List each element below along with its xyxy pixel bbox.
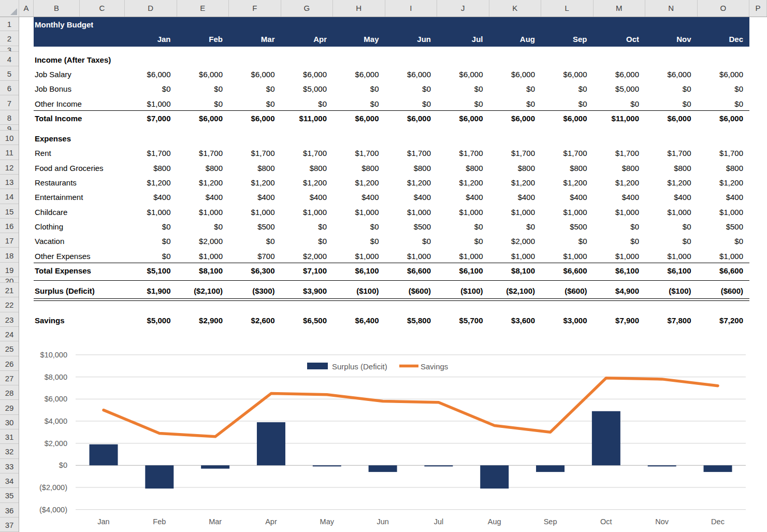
row-header-6[interactable]: 6 (0, 81, 19, 95)
row-header-1[interactable]: 1 (0, 17, 19, 31)
row-header-13[interactable]: 13 (0, 175, 19, 189)
cell-N13[interactable]: $1,200 (645, 175, 691, 190)
cell-F15[interactable]: $1,000 (229, 205, 275, 219)
cell-O19[interactable]: $6,600 (698, 263, 744, 278)
cell-F17[interactable]: $0 (229, 234, 275, 248)
row-header-23[interactable]: 23 (0, 313, 19, 327)
column-header-B[interactable]: B (34, 0, 80, 17)
cell-H21[interactable]: ($100) (333, 283, 379, 298)
cell-I8[interactable]: $6,000 (385, 111, 431, 125)
month-header-apr[interactable]: Apr (281, 32, 327, 46)
cell-G17[interactable]: $0 (281, 234, 327, 248)
row-header-20[interactable]: 20 (0, 278, 19, 283)
cell-F12[interactable]: $800 (229, 161, 275, 175)
row-label-total-expenses[interactable]: Total Expenses (35, 263, 124, 278)
row-label-income-after-taxes[interactable]: Income (After Taxes) (35, 52, 124, 67)
cell-H12[interactable]: $800 (333, 161, 379, 175)
column-header-L[interactable]: L (541, 0, 594, 17)
cell-O17[interactable]: $0 (698, 234, 744, 248)
cell-K5[interactable]: $6,000 (489, 67, 536, 81)
cell-N18[interactable]: $1,000 (645, 249, 691, 263)
cell-L17[interactable]: $0 (541, 234, 587, 248)
cell-F5[interactable]: $6,000 (229, 67, 275, 81)
cell-F13[interactable]: $1,200 (229, 175, 275, 190)
cell-K13[interactable]: $1,200 (489, 175, 536, 190)
cell-J8[interactable]: $6,000 (437, 111, 483, 125)
cell-G5[interactable]: $6,000 (281, 67, 327, 81)
cell-I18[interactable]: $1,000 (385, 249, 431, 263)
cell-H15[interactable]: $1,000 (333, 205, 379, 219)
cell-O16[interactable]: $500 (698, 219, 744, 234)
column-header-J[interactable]: J (437, 0, 489, 17)
cell-J12[interactable]: $800 (437, 161, 483, 175)
cell-H18[interactable]: $1,000 (333, 249, 379, 263)
cell-O12[interactable]: $800 (698, 161, 744, 175)
cell-K14[interactable]: $400 (489, 190, 536, 204)
cell-F8[interactable]: $6,000 (229, 111, 275, 125)
cell-L21[interactable]: ($600) (541, 283, 587, 298)
month-header-jun[interactable]: Jun (385, 32, 431, 46)
cell-D12[interactable]: $800 (125, 161, 171, 175)
cell-L12[interactable]: $800 (541, 161, 587, 175)
cell-K11[interactable]: $1,700 (489, 146, 536, 160)
cell-J11[interactable]: $1,700 (437, 146, 483, 160)
cell-J19[interactable]: $6,100 (437, 263, 483, 278)
month-header-mar[interactable]: Mar (229, 32, 275, 46)
cell-N7[interactable]: $0 (645, 96, 691, 111)
cell-G6[interactable]: $5,000 (281, 81, 327, 96)
cell-D17[interactable]: $0 (125, 234, 171, 248)
cell-L5[interactable]: $6,000 (541, 67, 587, 81)
sheet-title[interactable]: Monthly Budget (35, 17, 93, 32)
cell-E11[interactable]: $1,700 (177, 146, 223, 160)
cell-L23[interactable]: $3,000 (541, 313, 587, 327)
cell-F6[interactable]: $0 (229, 81, 275, 96)
month-header-oct[interactable]: Oct (594, 32, 640, 46)
cell-D19[interactable]: $5,100 (125, 263, 171, 278)
cell-J13[interactable]: $1,200 (437, 175, 483, 190)
cell-I21[interactable]: ($600) (385, 283, 431, 298)
column-header-N[interactable]: N (645, 0, 698, 17)
cell-L8[interactable]: $6,000 (541, 111, 587, 125)
cell-M17[interactable]: $0 (594, 234, 640, 248)
cell-H8[interactable]: $6,000 (333, 111, 379, 125)
row-label-savings[interactable]: Savings (35, 313, 124, 327)
cell-L13[interactable]: $1,200 (541, 175, 587, 190)
row-label-vacation[interactable]: Vacation (35, 234, 124, 248)
cell-N16[interactable]: $0 (645, 219, 691, 234)
cell-K12[interactable]: $800 (489, 161, 536, 175)
cell-I13[interactable]: $1,200 (385, 175, 431, 190)
cell-M14[interactable]: $400 (594, 190, 640, 204)
row-header-11[interactable]: 11 (0, 146, 19, 160)
cell-G18[interactable]: $2,000 (281, 249, 327, 263)
row-header-10[interactable]: 10 (0, 131, 19, 145)
cell-N8[interactable]: $6,000 (645, 111, 691, 125)
cell-M5[interactable]: $6,000 (594, 67, 640, 81)
cell-I14[interactable]: $400 (385, 190, 431, 204)
cell-J15[interactable]: $1,000 (437, 205, 483, 219)
cell-I12[interactable]: $800 (385, 161, 431, 175)
cell-H13[interactable]: $1,200 (333, 175, 379, 190)
cell-E21[interactable]: ($2,100) (177, 283, 223, 298)
cell-M23[interactable]: $7,900 (594, 313, 640, 327)
row-header-3[interactable]: 3 (0, 47, 19, 52)
cell-L6[interactable]: $0 (541, 81, 587, 96)
cell-D14[interactable]: $400 (125, 190, 171, 204)
cell-K8[interactable]: $6,000 (489, 111, 536, 125)
cell-I17[interactable]: $0 (385, 234, 431, 248)
cell-K7[interactable]: $0 (489, 96, 536, 111)
row-header-21[interactable]: 21 (0, 283, 19, 297)
row-label-restaurants[interactable]: Restaurants (35, 175, 124, 190)
row-header-18[interactable]: 18 (0, 249, 19, 263)
cell-I19[interactable]: $6,600 (385, 263, 431, 278)
cell-D23[interactable]: $5,000 (125, 313, 171, 327)
cell-O13[interactable]: $1,200 (698, 175, 744, 190)
cell-J16[interactable]: $0 (437, 219, 483, 234)
cell-K6[interactable]: $0 (489, 81, 536, 96)
cell-F7[interactable]: $0 (229, 96, 275, 111)
cell-J23[interactable]: $5,700 (437, 313, 483, 327)
cell-H6[interactable]: $0 (333, 81, 379, 96)
month-header-aug[interactable]: Aug (489, 32, 536, 46)
cell-D5[interactable]: $6,000 (125, 67, 171, 81)
cell-O15[interactable]: $1,000 (698, 205, 744, 219)
row-label-food-and-groceries[interactable]: Food and Groceries (35, 161, 124, 175)
